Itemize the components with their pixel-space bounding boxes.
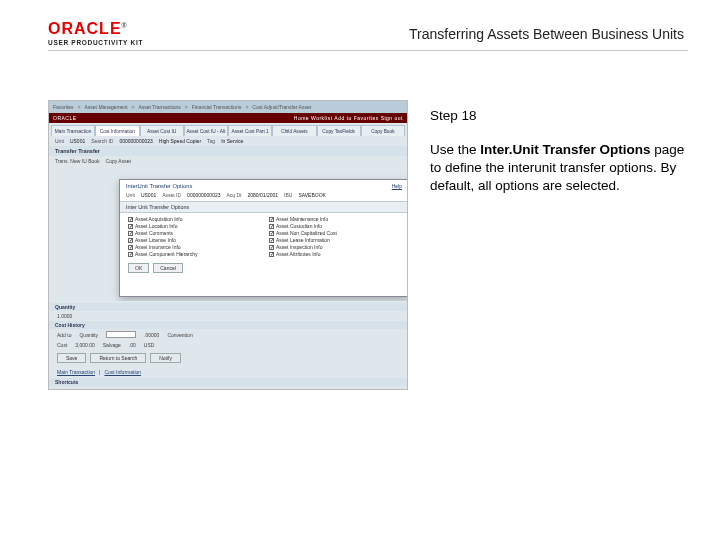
check-label: Asset Attributes Info (276, 251, 320, 257)
instruction-text: Use the Inter.Unit Transfer Options page… (430, 141, 685, 196)
interunit-transfer-dialog: InterUnit Transfer Options Help Unit US0… (119, 179, 408, 297)
checkbox-icon (269, 238, 274, 243)
ov-assetid-value: 000000000023 (187, 192, 220, 198)
lower-panel: Quantity 1.0000 Cost History Add to Quan… (49, 301, 407, 389)
tab-main[interactable]: Main Transaction (51, 125, 95, 136)
check-label: Asset Insurance Info (135, 244, 181, 250)
checkbox-icon (128, 245, 133, 250)
logo-subtitle: USER PRODUCTIVITY KIT (48, 39, 168, 46)
status-value: In Service (221, 138, 243, 144)
logo-tm: ® (122, 22, 128, 29)
check-license[interactable]: Asset License Info (128, 237, 259, 243)
page-title: Transferring Assets Between Business Uni… (409, 26, 684, 42)
instruction-prefix: Use the (430, 142, 480, 157)
add-to-line: Add to Quantity .00000 Convention (49, 329, 407, 340)
link-home[interactable]: Home (294, 115, 309, 121)
check-label: Asset Non Capitalized Cost (276, 230, 337, 236)
options-col-right: Asset Maintenance Info Asset Custodian I… (269, 216, 400, 257)
tab-strip: Main Transaction Cost Information Asset … (49, 123, 407, 136)
tab-asset-cost-iu[interactable]: Asset Cost IU (140, 125, 184, 136)
tab-child-assets[interactable]: Child Assets (272, 125, 316, 136)
trans-label: Trans. New IU Book (55, 158, 100, 164)
ov-acqdt-value: 2080/01/2001 (248, 192, 279, 198)
qty-input[interactable] (106, 331, 136, 338)
return-button[interactable]: Return to Search (90, 353, 146, 363)
ov-iu-label: IBU (284, 192, 292, 198)
check-acquisition[interactable]: Asset Acquisition Info (128, 216, 259, 222)
unit-label: Unit (55, 138, 64, 144)
link-worklist[interactable]: Worklist (311, 115, 333, 121)
header-links: Home Worklist Add to Favorites Sign out (294, 115, 403, 121)
currency-value: USD (144, 342, 155, 348)
cancel-button[interactable]: Cancel (153, 263, 183, 273)
crumb: Favorites (53, 104, 74, 110)
footer-link-cost[interactable]: Cost Information (104, 369, 141, 375)
check-label: Asset Lease Information (276, 237, 330, 243)
tag-label: Tag (207, 138, 215, 144)
check-label: Asset Component Hierarchy (135, 251, 198, 257)
tab-cost-info[interactable]: Cost Information (95, 125, 139, 136)
app-screenshot: Favorites > Asset Management > Asset Tra… (48, 100, 408, 390)
check-hierarchy[interactable]: Asset Component Hierarchy (128, 251, 259, 257)
tab-copy-book[interactable]: Copy Book (361, 125, 405, 136)
checkbox-icon (128, 231, 133, 236)
qty2-label: Quantity (79, 332, 98, 338)
crumb: Financial Transactions (192, 104, 242, 110)
options-col-left: Asset Acquisition Info Asset Location In… (128, 216, 259, 257)
dialog-title: InterUnit Transfer Options (126, 183, 192, 189)
instruction-bold: Inter.Unit Transfer Options (480, 142, 650, 157)
check-comments[interactable]: Asset Comments (128, 230, 259, 236)
check-attributes[interactable]: Asset Attributes Info (269, 251, 400, 257)
ov-unit-value: US001 (141, 192, 156, 198)
link-favorites[interactable]: Add to Favorites (334, 115, 378, 121)
notify-button[interactable]: Notify (150, 353, 181, 363)
check-maintenance[interactable]: Asset Maintenance Info (269, 216, 400, 222)
check-insurance[interactable]: Asset Insurance Info (128, 244, 259, 250)
logo-brand: ORACLE® (48, 20, 168, 38)
check-inspection[interactable]: Asset Inspection Info (269, 244, 400, 250)
save-buttons: Save Return to Search Notify (49, 350, 407, 366)
checkbox-icon (269, 245, 274, 250)
check-custodian[interactable]: Asset Custodian Info (269, 223, 400, 229)
convention-label: Convention (167, 332, 192, 338)
ov-acqdt-label: Acq Dt (226, 192, 241, 198)
copy-row: Trans. New IU Book Copy Asset (49, 156, 407, 166)
check-label: Asset Comments (135, 230, 173, 236)
oracle-logo: ORACLE® USER PRODUCTIVITY KIT (48, 20, 168, 46)
help-link[interactable]: Help (392, 183, 402, 189)
ov-savebook: SAVEBOOK (298, 192, 325, 198)
breadcrumb: Favorites > Asset Management > Asset Tra… (49, 101, 407, 113)
checkbox-icon (128, 224, 133, 229)
tab-asset-cost-part1[interactable]: Asset Cost Part 1 (228, 125, 272, 136)
addto-label: Add to (57, 332, 71, 338)
footer-links: Main Transaction | Cost Information (49, 366, 407, 375)
check-lease[interactable]: Asset Lease Information (269, 237, 400, 243)
copy-asset-label: Copy Asset (106, 158, 131, 164)
instruction-panel: Step 18 Use the Inter.Unit Transfer Opti… (430, 108, 685, 196)
check-location[interactable]: Asset Location Info (128, 223, 259, 229)
id-value: 000000000023 (119, 138, 152, 144)
quantity-header: Quantity (49, 303, 407, 311)
check-noncapitalized[interactable]: Asset Non Capitalized Cost (269, 230, 400, 236)
crumb: Cost Adjust/Transfer Asset (252, 104, 311, 110)
check-label: Asset Location Info (135, 223, 178, 229)
transfer-section-label: Transfer Transfer (55, 148, 100, 154)
save-button[interactable]: Save (57, 353, 86, 363)
check-label: Asset Custodian Info (276, 223, 322, 229)
footer-link-main[interactable]: Main Transaction (57, 369, 95, 375)
input-value: .00000 (144, 332, 159, 338)
check-label: Asset Inspection Info (276, 244, 322, 250)
crumb: Asset Management (84, 104, 127, 110)
shortcuts-header: Shortcuts (49, 378, 407, 386)
checkbox-icon (269, 231, 274, 236)
check-label: Asset Maintenance Info (276, 216, 328, 222)
ok-button[interactable]: OK (128, 263, 149, 273)
checkbox-icon (269, 252, 274, 257)
tab-asset-cost-iu-alt[interactable]: Asset Cost IU - Alt (184, 125, 228, 136)
salvage-value: .00 (129, 342, 136, 348)
unit-value: US001 (70, 138, 85, 144)
cost-label: Cost (57, 342, 67, 348)
cost-value: 3,000.00 (75, 342, 94, 348)
tab-copy-taxfields[interactable]: Copy TaxFields (317, 125, 361, 136)
link-signout[interactable]: Sign out (381, 115, 403, 121)
